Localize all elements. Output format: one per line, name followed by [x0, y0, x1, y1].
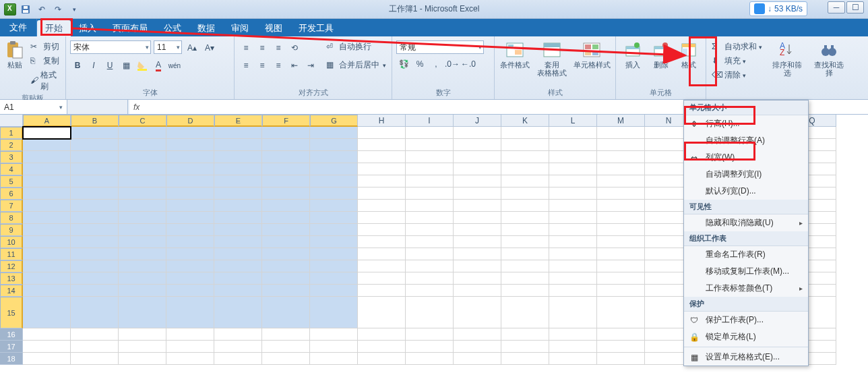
col-header[interactable]: B [71, 115, 119, 127]
cell[interactable] [71, 341, 119, 353]
sort-filter-button[interactable]: AZ 排序和筛选 [769, 38, 805, 77]
cell[interactable] [23, 127, 71, 139]
cell[interactable] [501, 151, 549, 163]
row-header[interactable]: 9 [0, 224, 23, 236]
cell[interactable] [214, 328, 262, 341]
indent-dec-icon[interactable]: ⇤ [287, 58, 302, 73]
tab-insert[interactable]: 插入 [71, 20, 104, 36]
cell[interactable] [119, 200, 166, 212]
cell[interactable] [119, 285, 166, 297]
cell[interactable] [406, 297, 454, 328]
cell[interactable] [406, 187, 454, 200]
cell[interactable] [406, 260, 454, 272]
paste-button[interactable]: 粘贴 [4, 38, 26, 69]
cell[interactable] [119, 260, 166, 272]
cell[interactable] [597, 163, 645, 175]
table-format-button[interactable]: 套用 表格格式 [534, 38, 570, 77]
cell[interactable] [310, 248, 358, 260]
cell[interactable] [214, 187, 262, 200]
cut-button[interactable]: ✂剪切 [29, 40, 61, 53]
cell[interactable] [166, 236, 214, 248]
menu-format-cells[interactable]: ▦设置单元格格式(E)... [684, 349, 808, 366]
col-header[interactable]: L [549, 115, 597, 127]
cell[interactable] [71, 272, 119, 285]
cell[interactable] [406, 248, 454, 260]
undo-icon[interactable]: ↶ [35, 3, 49, 16]
cell[interactable] [597, 175, 645, 187]
cell[interactable] [310, 297, 358, 328]
cell[interactable] [549, 285, 597, 297]
row-header[interactable]: 8 [0, 212, 23, 224]
cell[interactable] [71, 297, 119, 328]
cell[interactable] [597, 285, 645, 297]
cell[interactable] [119, 236, 166, 248]
cell[interactable] [358, 236, 406, 248]
cell[interactable] [501, 285, 549, 297]
cell[interactable] [358, 260, 406, 272]
cell[interactable] [501, 163, 549, 175]
cell[interactable] [262, 224, 310, 236]
cell[interactable] [454, 260, 501, 272]
cell[interactable] [310, 163, 358, 175]
cell[interactable] [310, 224, 358, 236]
cell[interactable] [406, 151, 454, 163]
cell[interactable] [310, 260, 358, 272]
cell[interactable] [262, 200, 310, 212]
cell[interactable] [454, 341, 501, 353]
cell[interactable] [358, 175, 406, 187]
cell[interactable] [310, 328, 358, 341]
cond-format-button[interactable]: 条件格式 [499, 38, 531, 69]
cell[interactable] [214, 353, 262, 365]
clear-button[interactable]: ⌫清除▾ [710, 69, 764, 82]
cell[interactable] [166, 163, 214, 175]
menu-rename[interactable]: 重命名工作表(R) [684, 246, 808, 263]
cell[interactable] [454, 297, 501, 328]
cell[interactable] [358, 163, 406, 175]
cell[interactable] [549, 328, 597, 341]
cell[interactable] [119, 272, 166, 285]
cell[interactable] [501, 224, 549, 236]
maximize-button[interactable]: ☐ [846, 1, 864, 13]
tab-layout[interactable]: 页面布局 [104, 20, 156, 36]
row-header[interactable]: 16 [0, 328, 23, 341]
cell[interactable] [454, 224, 501, 236]
cell[interactable] [262, 248, 310, 260]
cell[interactable] [597, 341, 645, 353]
cell[interactable] [262, 285, 310, 297]
align-bottom-icon[interactable]: ≡ [271, 40, 286, 55]
cell[interactable] [406, 328, 454, 341]
cell[interactable] [119, 127, 166, 139]
row-header[interactable]: 18 [0, 353, 23, 365]
cell[interactable] [358, 151, 406, 163]
cell[interactable] [310, 212, 358, 224]
tab-dev[interactable]: 开发工具 [290, 20, 342, 36]
dec-decimal-icon[interactable]: ←.0 [461, 57, 476, 71]
cell[interactable] [597, 328, 645, 341]
menu-def-col[interactable]: 默认列宽(D)... [684, 183, 808, 200]
row-header[interactable]: 2 [0, 139, 23, 151]
tab-formulas[interactable]: 公式 [156, 20, 189, 36]
tab-review[interactable]: 审阅 [223, 20, 257, 36]
font-size-select[interactable]: 11▾ [154, 40, 182, 54]
col-header[interactable]: C [119, 115, 166, 127]
menu-row-height[interactable]: ⇕行高(H)... [684, 115, 808, 132]
cell[interactable] [549, 212, 597, 224]
percent-icon[interactable]: % [412, 57, 427, 71]
cell[interactable] [406, 212, 454, 224]
cell[interactable] [549, 272, 597, 285]
grow-font-icon[interactable]: A▴ [185, 40, 199, 55]
cell[interactable] [454, 212, 501, 224]
cell[interactable] [549, 236, 597, 248]
align-center-icon[interactable]: ≡ [255, 58, 270, 73]
cell[interactable] [166, 151, 214, 163]
cell[interactable] [23, 163, 71, 175]
cell[interactable] [119, 328, 166, 341]
cell[interactable] [310, 200, 358, 212]
cell[interactable] [23, 236, 71, 248]
cell[interactable] [166, 272, 214, 285]
menu-hide[interactable]: 隐藏和取消隐藏(U)▸ [684, 214, 808, 231]
menu-auto-col[interactable]: 自动调整列宽(I) [684, 166, 808, 183]
cell[interactable] [262, 236, 310, 248]
cell[interactable] [166, 260, 214, 272]
cell[interactable] [501, 200, 549, 212]
